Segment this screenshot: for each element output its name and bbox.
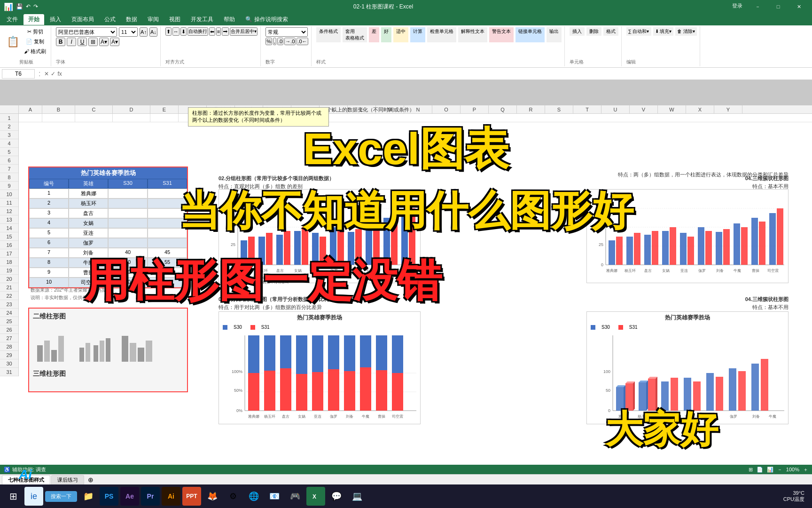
check-cell-style[interactable]: 检查单元格 — [427, 27, 456, 42]
autosum-btn[interactable]: ∑ 自动和▾ — [626, 27, 651, 36]
svg-rect-51 — [616, 237, 623, 265]
calc-style[interactable]: 计算 — [410, 27, 425, 42]
confirm-formula-icon[interactable]: ✓ — [51, 71, 55, 77]
taskbar-ps[interactable]: PS — [100, 487, 118, 506]
conditional-format-btn[interactable]: 条件格式 — [316, 27, 341, 42]
font-size-select[interactable]: 11 — [119, 27, 138, 37]
taskbar-email[interactable]: 📧 — [265, 487, 284, 506]
decrease-font-button[interactable]: A↓ — [149, 27, 157, 37]
zoom-out-icon[interactable]: － — [777, 466, 782, 473]
link-style[interactable]: 链接单元格 — [515, 27, 545, 42]
insert-function-icon[interactable]: fx — [57, 71, 62, 77]
percent-button[interactable]: , — [273, 38, 276, 45]
view-layout-icon[interactable]: 📄 — [757, 467, 763, 473]
fill-color-button[interactable]: A▾ — [99, 38, 109, 46]
align-bottom-button[interactable]: ⬇ — [180, 27, 187, 36]
clear-btn[interactable]: 🗑 清除▾ — [675, 27, 697, 36]
view-page-break-icon[interactable]: 📊 — [767, 467, 773, 473]
clipboard-group: 📋 ✂ 剪切 📄 复制 🖌 格式刷 剪贴板 — [2, 26, 51, 66]
taskbar-game[interactable]: 🎮 — [286, 487, 304, 506]
cut-button[interactable]: ✂ 剪切 — [22, 27, 48, 36]
svg-rect-140 — [729, 368, 736, 411]
format-painter-button[interactable]: 🖌 格式刷 — [22, 47, 48, 56]
svg-text:亚连: 亚连 — [312, 269, 320, 273]
tab-data[interactable]: 数据 — [121, 14, 142, 25]
tab-home[interactable]: 开始 — [23, 14, 44, 25]
border-button[interactable]: ⊞ — [88, 38, 98, 46]
align-middle-button[interactable]: ↔ — [172, 27, 180, 36]
tab-file[interactable]: 文件 — [2, 14, 23, 25]
formula-input[interactable] — [64, 70, 810, 78]
quick-undo[interactable]: ↶ — [26, 3, 31, 10]
decrease-decimal-button[interactable]: .0← — [297, 38, 308, 45]
font-family-select[interactable]: 阿里巴巴普惠体 — [56, 27, 117, 37]
taskbar-ie[interactable]: ie — [24, 487, 43, 506]
taskbar-firefox[interactable]: 🦊 — [203, 487, 222, 506]
bold-button[interactable]: B — [56, 38, 65, 46]
warning-style[interactable]: 警告文本 — [489, 27, 514, 42]
add-sheet-button[interactable]: ⊕ — [85, 476, 96, 484]
taskbar-ppt[interactable]: PPT — [182, 487, 201, 506]
tab-insert[interactable]: 插入 — [45, 14, 66, 25]
start-button[interactable]: ⊞ — [4, 487, 23, 506]
paste-button[interactable]: 📋 — [5, 35, 21, 49]
currency-button[interactable]: % — [265, 38, 272, 45]
taskbar-globe[interactable]: 🌐 — [244, 487, 263, 506]
bad-style[interactable]: 差 — [369, 27, 379, 42]
taskbar-search[interactable]: 搜索一下 — [45, 491, 77, 502]
format-as-table-btn[interactable]: 套用表格格式 — [343, 27, 367, 42]
underline-button[interactable]: U — [78, 38, 87, 46]
delete-cell-btn[interactable]: 删除 — [586, 27, 601, 36]
italic-button[interactable]: I — [67, 38, 76, 46]
tab-search[interactable]: 🔍 操作说明搜索 — [241, 14, 293, 25]
view-normal-icon[interactable]: ⊞ — [749, 467, 753, 473]
taskbar-excel[interactable]: X — [306, 487, 325, 506]
taskbar-ai[interactable]: Ai — [162, 487, 180, 506]
quick-redo[interactable]: ↷ — [33, 3, 38, 10]
2d-chart-icons — [33, 325, 183, 366]
output-style[interactable]: 输出 — [547, 27, 562, 42]
taskbar-ae[interactable]: Ae — [120, 487, 139, 506]
quick-save[interactable]: 💾 — [16, 3, 23, 10]
login-button[interactable]: 登录 — [728, 1, 746, 12]
fill-btn[interactable]: ⬇ 填充▾ — [653, 27, 674, 36]
neutral-style[interactable]: 适中 — [393, 27, 408, 42]
svg-text:75: 75 — [231, 205, 235, 209]
taskbar-computer[interactable]: 💻 — [348, 487, 367, 506]
copy-button[interactable]: 📄 复制 — [22, 37, 48, 46]
chart2-label-right: 04.三维簇状柱形图 — [745, 175, 789, 182]
cancel-formula-icon[interactable]: ✕ — [44, 71, 49, 77]
comma-button[interactable]: .0 — [277, 38, 283, 45]
increase-font-button[interactable]: A↑ — [140, 27, 148, 37]
taskbar-pr[interactable]: Pr — [141, 487, 160, 506]
tab-view[interactable]: 视图 — [164, 14, 185, 25]
align-left-button[interactable]: ⬅ — [209, 27, 215, 36]
wrap-text-button[interactable]: 自动换行 — [187, 27, 208, 36]
maximize-button[interactable]: □ — [769, 1, 788, 12]
merge-center-button[interactable]: 合并后居中▾ — [230, 27, 258, 36]
taskbar-wechat[interactable]: 💬 — [327, 487, 346, 506]
tab-review[interactable]: 审阅 — [143, 14, 164, 25]
tab-formulas[interactable]: 公式 — [100, 14, 120, 25]
taskbar-gear[interactable]: ⚙ — [224, 487, 242, 506]
explanatory-style[interactable]: 解释性文本 — [458, 27, 487, 42]
number-label: 数字 — [265, 59, 275, 65]
cell-reference-box[interactable]: T6 — [2, 69, 35, 79]
tab-developer[interactable]: 开发工具 — [186, 14, 218, 25]
close-button[interactable]: ✕ — [789, 1, 808, 12]
font-color-button[interactable]: A▾ — [110, 38, 119, 46]
tab-help[interactable]: 帮助 — [219, 14, 240, 25]
align-center-button[interactable]: ≡ — [216, 27, 221, 36]
align-top-button[interactable]: ⬆ — [165, 27, 172, 36]
tab-page-layout[interactable]: 页面布局 — [67, 14, 99, 25]
align-right-button[interactable]: ⮕ — [222, 27, 229, 36]
minimize-button[interactable]: － — [748, 1, 767, 12]
zoom-in-icon[interactable]: ＋ — [803, 466, 808, 473]
insert-cell-btn[interactable]: 插入 — [570, 27, 585, 36]
number-format-select[interactable]: 常规 — [265, 27, 308, 37]
taskbar-folder[interactable]: 📁 — [79, 487, 98, 506]
increase-decimal-button[interactable]: →.0 — [284, 38, 296, 45]
sheet-tab-2[interactable]: 课后练习 — [51, 475, 84, 484]
format-cell-btn[interactable]: 格式 — [603, 27, 618, 36]
good-style[interactable]: 好 — [381, 27, 391, 42]
